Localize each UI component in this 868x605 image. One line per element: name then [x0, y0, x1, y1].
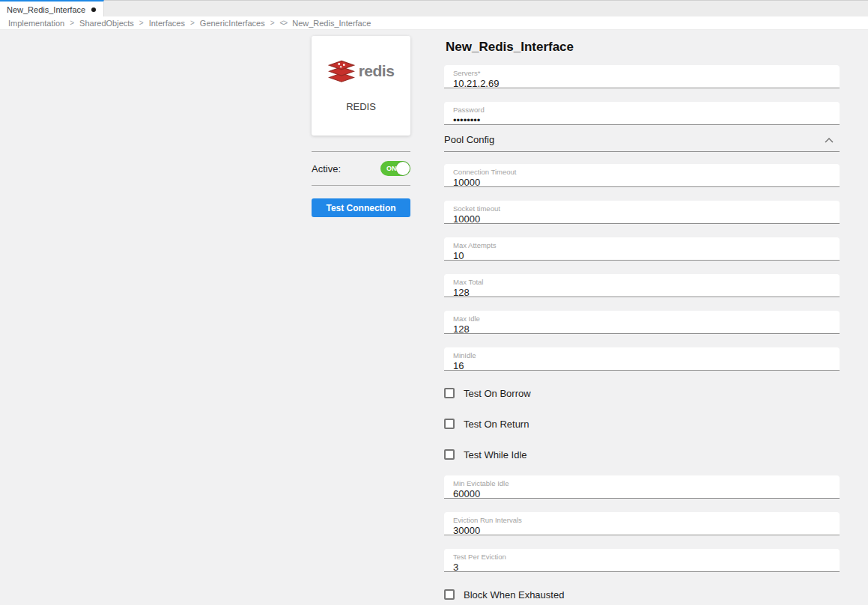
breadcrumb-item-genericinterfaces[interactable]: GenericInterfaces	[200, 19, 265, 28]
max-attempts-value: 10	[453, 250, 831, 261]
tab-bar: New_Redis_Interface	[0, 0, 868, 16]
breadcrumb-separator: >	[70, 19, 74, 27]
test-on-borrow-row: Test On Borrow	[444, 387, 840, 399]
chevron-up-icon[interactable]	[825, 137, 834, 143]
main-content: redis REDIS Active: ON Test Connection N…	[0, 30, 868, 605]
test-per-eviction-input[interactable]: Test Per Eviction 3	[444, 549, 840, 572]
redis-logo: redis	[312, 36, 410, 83]
eviction-run-intervals-value: 30000	[453, 525, 831, 536]
breadcrumb-item-sharedobjects[interactable]: SharedObjects	[79, 19, 134, 28]
breadcrumb-item-current: New_Redis_Interface	[292, 19, 371, 28]
socket-timeout-input[interactable]: Socket timeout 10000	[444, 201, 840, 224]
breadcrumb-separator: >	[190, 19, 195, 27]
test-while-idle-label: Test While Idle	[464, 449, 527, 460]
connector-panel: redis REDIS Active: ON Test Connection	[312, 30, 410, 217]
test-while-idle-row: Test While Idle	[444, 449, 840, 460]
tab-new-redis-interface[interactable]: New_Redis_Interface	[0, 0, 104, 17]
redis-logo-icon	[328, 58, 355, 83]
min-evictable-idle-label: Min Evictable Idle	[453, 479, 831, 487]
screen: New_Redis_Interface Implementation > Sha…	[0, 0, 868, 605]
max-idle-input[interactable]: Max Idle 128	[444, 311, 840, 334]
password-value: ••••••••	[453, 115, 831, 126]
max-total-value: 128	[453, 287, 831, 298]
divider	[312, 185, 410, 186]
block-when-exhausted-checkbox[interactable]	[444, 589, 455, 600]
active-toggle[interactable]: ON	[380, 161, 410, 176]
block-when-exhausted-row: Block When Exhausted	[444, 589, 840, 601]
interface-form: New_Redis_Interface Servers* 10.21.2.69 …	[444, 30, 840, 601]
toggle-on-label: ON	[386, 165, 397, 172]
breadcrumb-separator: >	[270, 19, 275, 27]
socket-timeout-value: 10000	[453, 213, 831, 225]
test-connection-button[interactable]: Test Connection	[312, 198, 410, 217]
active-row: Active: ON	[312, 161, 410, 176]
test-on-return-row: Test On Return	[444, 418, 840, 430]
servers-label: Servers*	[453, 69, 831, 77]
connector-type-label: REDIS	[312, 101, 410, 112]
min-evictable-idle-input[interactable]: Min Evictable Idle 60000	[444, 475, 840, 499]
block-when-exhausted-label: Block When Exhausted	[464, 589, 564, 601]
min-idle-value: 16	[453, 360, 831, 371]
connection-timeout-input[interactable]: Connection Timeout 10000	[444, 164, 840, 187]
eviction-run-intervals-label: Eviction Run Intervals	[453, 516, 831, 524]
connection-timeout-label: Connection Timeout	[453, 168, 831, 176]
max-total-label: Max Total	[453, 278, 831, 286]
password-label: Password	[453, 106, 831, 114]
min-idle-label: MinIdle	[453, 351, 831, 359]
servers-value: 10.21.2.69	[453, 78, 831, 89]
min-idle-input[interactable]: MinIdle 16	[444, 347, 840, 371]
socket-timeout-label: Socket timeout	[453, 204, 831, 213]
max-attempts-label: Max Attempts	[453, 241, 831, 249]
max-total-input[interactable]: Max Total 128	[444, 274, 840, 297]
min-evictable-idle-value: 60000	[453, 488, 831, 499]
test-on-borrow-label: Test On Borrow	[464, 388, 531, 399]
pool-config-section-header[interactable]: Pool Config	[444, 134, 840, 152]
page-title: New_Redis_Interface	[446, 39, 840, 55]
servers-input[interactable]: Servers* 10.21.2.69	[444, 65, 840, 88]
unsaved-changes-dot	[91, 7, 96, 12]
connector-card: redis REDIS	[312, 36, 410, 136]
redis-wordmark: redis	[359, 62, 395, 80]
tab-title: New_Redis_Interface	[7, 5, 85, 14]
breadcrumb: Implementation > SharedObjects > Interfa…	[0, 16, 868, 30]
toggle-knob	[396, 162, 410, 175]
pool-config-label: Pool Config	[444, 134, 494, 146]
test-on-return-label: Test On Return	[464, 419, 529, 430]
breadcrumb-item-implementation[interactable]: Implementation	[8, 19, 64, 28]
breadcrumb-separator: >	[139, 19, 144, 27]
test-while-idle-checkbox[interactable]	[444, 449, 455, 460]
max-attempts-input[interactable]: Max Attempts 10	[444, 237, 840, 261]
test-per-eviction-label: Test Per Eviction	[453, 553, 831, 561]
eviction-run-intervals-input[interactable]: Eviction Run Intervals 30000	[444, 512, 840, 535]
code-brackets-icon: <>	[280, 19, 288, 27]
test-per-eviction-value: 3	[453, 562, 831, 573]
max-idle-label: Max Idle	[453, 314, 831, 323]
test-on-borrow-checkbox[interactable]	[444, 388, 455, 398]
test-on-return-checkbox[interactable]	[444, 419, 455, 429]
password-input[interactable]: Password ••••••••	[444, 102, 840, 125]
active-label: Active:	[312, 163, 341, 174]
max-idle-value: 128	[453, 323, 831, 335]
connection-timeout-value: 10000	[453, 177, 831, 188]
divider	[312, 151, 410, 152]
breadcrumb-item-interfaces[interactable]: Interfaces	[149, 19, 185, 28]
